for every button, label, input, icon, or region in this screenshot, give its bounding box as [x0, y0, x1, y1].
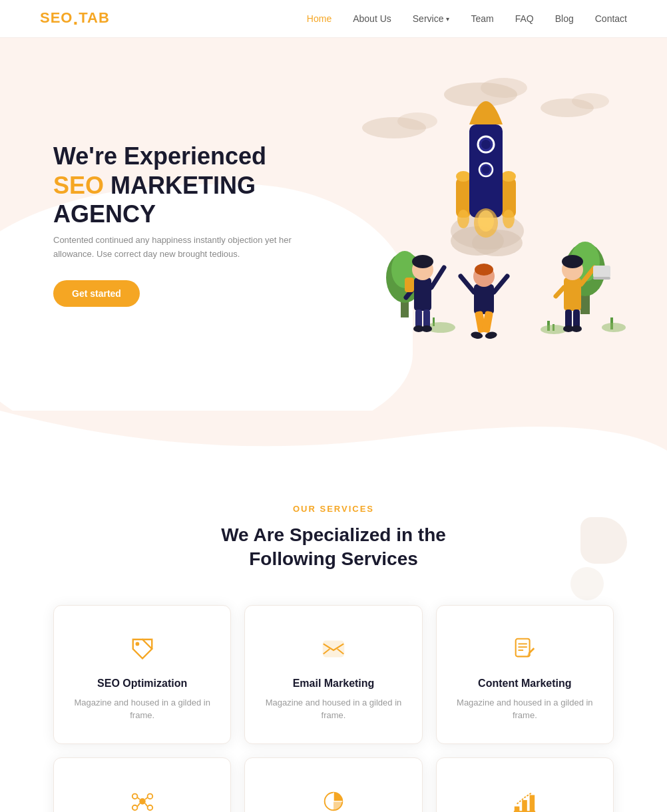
svg-point-18 [457, 210, 469, 228]
svg-point-11 [456, 171, 471, 182]
social-icon [70, 785, 214, 812]
svg-point-1 [481, 78, 527, 98]
email-icon [261, 632, 405, 666]
svg-point-45 [421, 325, 432, 332]
service-card-competitor[interactable]: Competitor Research Magazine and housed … [436, 757, 614, 812]
svg-point-65 [571, 325, 582, 332]
chevron-down-icon: ▾ [446, 15, 449, 23]
svg-line-49 [494, 276, 507, 292]
hero-subtitle: Contented continued any happiness instan… [53, 234, 293, 262]
hero-section: We're Experienced SEO MARKETING AGENCY C… [0, 38, 667, 411]
competitor-icon [453, 785, 597, 812]
service-card-content[interactable]: Content Marketing Magazine and housed in… [436, 605, 614, 744]
service-card-reporting[interactable]: Reporting & Analysis Magazine and housed… [244, 757, 422, 812]
nav-service[interactable]: Service ▾ [413, 13, 450, 24]
service-name-0: SEO Optimization [70, 678, 214, 690]
svg-line-82 [144, 803, 147, 807]
svg-rect-60 [593, 277, 610, 280]
deco-blob-1 [580, 517, 627, 564]
seo-icon [70, 632, 214, 666]
svg-rect-87 [523, 800, 528, 811]
svg-rect-36 [414, 278, 431, 311]
svg-point-5 [397, 112, 437, 130]
svg-point-15 [481, 140, 491, 149]
get-started-button[interactable]: Get started [53, 280, 140, 307]
svg-point-21 [478, 210, 494, 232]
svg-rect-42 [415, 309, 422, 328]
svg-line-80 [144, 797, 147, 799]
svg-rect-41 [405, 278, 414, 292]
svg-rect-86 [515, 806, 520, 811]
service-name-2: Content Marketing [453, 678, 597, 690]
service-card-seo[interactable]: SEO Optimization Magazine and housed in … [53, 605, 231, 744]
svg-rect-46 [474, 284, 494, 314]
service-desc-0: Magazine and housed in a gilded in frame… [70, 696, 214, 722]
hero-divider [0, 411, 667, 464]
svg-line-61 [556, 288, 564, 296]
service-desc-2: Magazine and housed in a gilded in frame… [453, 696, 597, 722]
svg-rect-59 [593, 266, 610, 278]
svg-rect-88 [530, 795, 535, 811]
logo-dot: . [73, 8, 79, 29]
svg-line-79 [137, 797, 140, 799]
nav-home[interactable]: Home [307, 13, 332, 24]
nav-contact[interactable]: Contact [595, 13, 627, 24]
logo-seo: SEO [40, 9, 73, 26]
svg-point-38 [412, 255, 433, 268]
reporting-icon [261, 785, 405, 812]
content-icon [453, 632, 597, 666]
services-grid: SEO Optimization Magazine and housed in … [53, 605, 614, 812]
header: SEO.TAB Home About Us Service ▾ Team FAQ… [0, 0, 667, 38]
logo-suffix: TAB [79, 9, 110, 26]
svg-point-76 [147, 793, 152, 799]
service-card-social[interactable]: Social Marketing Magazine and housed in … [53, 757, 231, 812]
hero-illustration [334, 58, 640, 377]
services-eyebrow: OUR SERVICES [53, 504, 614, 514]
deco-blob-2 [570, 567, 604, 600]
svg-rect-62 [565, 309, 572, 328]
hero-seo-text: SEO [53, 172, 104, 199]
svg-point-57 [562, 255, 583, 268]
service-name-1: Email Marketing [261, 678, 405, 690]
svg-rect-43 [423, 309, 430, 328]
svg-point-12 [501, 171, 516, 182]
nav-blog[interactable]: Blog [555, 13, 574, 24]
service-card-email[interactable]: Email Marketing Magazine and housed in a… [244, 605, 422, 744]
svg-point-77 [132, 805, 137, 810]
svg-point-75 [132, 793, 137, 799]
nav-about[interactable]: About Us [353, 13, 391, 24]
hero-content: We're Experienced SEO MARKETING AGENCY C… [0, 102, 346, 346]
service-desc-1: Magazine and housed in a gilded in frame… [261, 696, 405, 722]
main-nav: Home About Us Service ▾ Team FAQ Blog Co… [307, 13, 627, 24]
svg-point-34 [541, 325, 567, 334]
svg-rect-67 [324, 641, 343, 656]
services-section: OUR SERVICES We Are Specialized in the F… [0, 464, 667, 812]
svg-line-81 [137, 803, 140, 807]
svg-point-35 [602, 323, 626, 332]
svg-rect-63 [573, 309, 580, 328]
svg-point-78 [147, 805, 152, 810]
svg-point-3 [572, 93, 609, 109]
nav-faq[interactable]: FAQ [515, 13, 534, 24]
svg-point-17 [482, 166, 490, 174]
logo[interactable]: SEO.TAB [40, 8, 110, 29]
svg-point-19 [503, 210, 515, 228]
svg-line-50 [461, 276, 474, 292]
hero-title: We're Experienced SEO MARKETING AGENCY [53, 142, 293, 228]
svg-rect-55 [564, 278, 581, 311]
svg-point-66 [135, 642, 139, 646]
svg-point-48 [475, 264, 493, 276]
nav-team[interactable]: Team [471, 13, 493, 24]
services-title: We Are Specialized in the Following Serv… [53, 523, 614, 572]
